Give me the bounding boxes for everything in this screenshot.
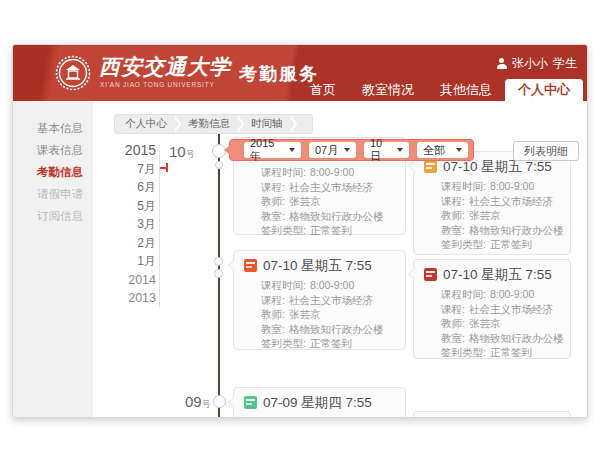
scale-month-february[interactable]: 2月 (108, 234, 156, 253)
timeline-node (215, 161, 223, 169)
card-date-title: 07-09 星期四 7:55 (263, 394, 372, 412)
scale-month-may[interactable]: 5月 (108, 197, 156, 216)
scale-month-june[interactable]: 6月 (108, 178, 156, 197)
breadcrumb-attendance-info[interactable]: 考勤信息 (188, 117, 230, 131)
nav-classrooms[interactable]: 教室情况 (349, 79, 427, 101)
list-detail-button[interactable]: 列表明细 (513, 141, 579, 161)
university-logo-icon (55, 55, 91, 91)
chevron-down-icon (397, 148, 403, 152)
chevron-down-icon (289, 148, 295, 152)
chevron-right-icon (237, 116, 244, 132)
app-header: 西安交通大学 XI'AN JIAO TONG UNIVERSITY 考勤服务 张… (13, 45, 588, 101)
calendar-icon (424, 268, 437, 281)
page: 西安交通大学 XI'AN JIAO TONG UNIVERSITY 考勤服务 张… (0, 0, 600, 450)
scale-month-july[interactable]: 7月 (108, 160, 156, 179)
card-date-title: 07-10 星期五 7:55 (443, 266, 552, 284)
month-dropdown[interactable]: 07月 (309, 142, 356, 158)
university-name-en: XI'AN JIAO TONG UNIVERSITY (100, 81, 215, 88)
scale-year-2015[interactable]: 2015 (108, 141, 156, 160)
timeline-node (214, 269, 223, 278)
chevron-down-icon (344, 148, 350, 152)
chevron-down-icon (456, 148, 462, 152)
app-window: 西安交通大学 XI'AN JIAO TONG UNIVERSITY 考勤服务 张… (12, 44, 588, 418)
calendar-icon (244, 396, 257, 409)
timeline-scale: 2015 7月 6月 5月 3月 2月 1月 2014 2013 (108, 141, 156, 308)
sidebar-item-subscription-info[interactable]: 订阅信息 (13, 205, 93, 227)
nav-other-info[interactable]: 其他信息 (427, 79, 505, 101)
breadcrumb: 个人中心 考勤信息 时间轴 (114, 114, 313, 134)
timeline-node (213, 395, 226, 408)
scale-year-2013[interactable]: 2013 (108, 289, 156, 308)
current-month-marker (166, 163, 168, 172)
nav-personal-center[interactable]: 个人中心 (505, 79, 583, 101)
scale-month-march[interactable]: 3月 (108, 215, 156, 234)
day-label-10: 10号 (169, 143, 195, 161)
chevron-right-icon (290, 116, 297, 132)
scale-year-2014[interactable]: 2014 (108, 271, 156, 290)
university-name-cn: 西安交通大学 (99, 53, 231, 81)
timeline-node (214, 257, 223, 266)
user-icon (496, 58, 507, 69)
day-dropdown[interactable]: 10日 (364, 142, 409, 158)
user-info[interactable]: 张小小 学生 (496, 55, 577, 72)
breadcrumb-personal-center[interactable]: 个人中心 (125, 117, 167, 131)
attendance-card: 07-10 星期五 7:55 课程时间:8:00-9:00 课程:社会主义市场经… (233, 250, 406, 350)
attendance-card: 07-10 星期五 7:55 课程时间:8:00-9:00 课程:社会主义市场经… (413, 151, 571, 255)
scale-month-january[interactable]: 1月 (108, 252, 156, 271)
chevron-right-icon (174, 116, 181, 132)
sidebar-item-basic-info[interactable]: 基本信息 (13, 117, 93, 139)
sidebar-item-schedule-info[interactable]: 课表信息 (13, 139, 93, 161)
year-dropdown[interactable]: 2015年 (244, 142, 301, 158)
day-label-09: 09号 (185, 393, 211, 411)
calendar-icon (424, 160, 437, 173)
card-date-title: 07-10 星期五 7:55 (263, 257, 372, 275)
attendance-card: 07-10 星期五 7:55 课程时间:8:00-9:00 课程:社会主义市场经… (413, 259, 571, 359)
scale-divider-line (159, 145, 160, 307)
user-role: 学生 (553, 55, 577, 72)
user-name: 张小小 (512, 55, 548, 72)
attendance-card: 07-09 星期四 7:55 (233, 387, 406, 418)
breadcrumb-timeline[interactable]: 时间轴 (251, 117, 283, 131)
calendar-icon (244, 259, 257, 272)
sidebar-item-leave-request[interactable]: 请假申请 (13, 183, 93, 205)
date-filter-bar: 2015年 07月 10日 全部 (229, 139, 474, 161)
attendance-card-partial (413, 411, 571, 418)
type-dropdown[interactable]: 全部 (417, 142, 468, 158)
sidebar-item-attendance-info[interactable]: 考勤信息 (13, 161, 93, 183)
main-nav: 首页 教室情况 其他信息 个人中心 (297, 79, 583, 101)
sidebar: 基本信息 课表信息 考勤信息 请假申请 订阅信息 (13, 101, 93, 418)
nav-home[interactable]: 首页 (297, 79, 349, 101)
